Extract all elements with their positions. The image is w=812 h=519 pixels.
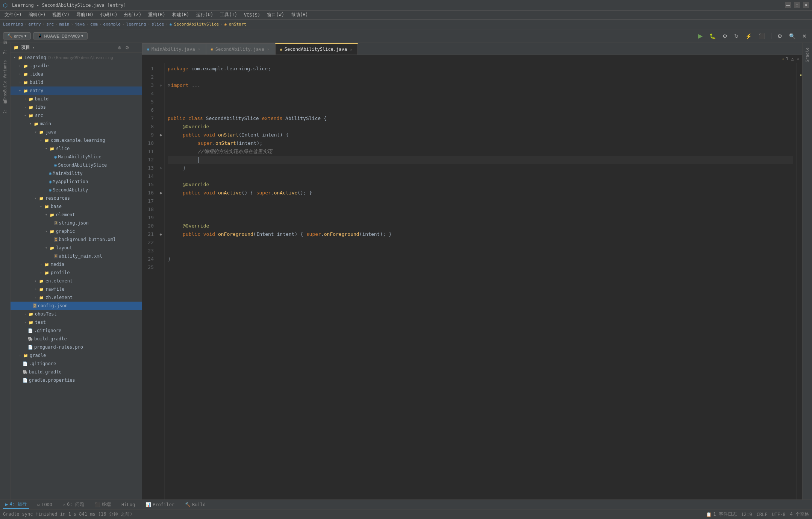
problems-tab[interactable]: ⚠ 6: 问题 [61, 501, 86, 508]
menu-navigate[interactable]: 导航(N) [73, 11, 97, 19]
breadcrumb-src[interactable]: src [46, 22, 54, 27]
tree-item-ohostest[interactable]: › 📁 ohosTest [11, 310, 142, 318]
tree-item-mainability[interactable]: ◉ MainAbility [11, 169, 142, 178]
breadcrumb-onstart[interactable]: onStart [229, 22, 246, 27]
tree-item-slice[interactable]: ▾ 📁 slice [11, 144, 142, 153]
event-log-status[interactable]: 📋 1 事件日志 [706, 511, 736, 517]
menu-file[interactable]: 文件(F) [2, 11, 25, 19]
tab-close-mainability[interactable]: ✕ [197, 47, 201, 52]
menu-refactor[interactable]: 重构(R) [145, 11, 168, 19]
menu-code[interactable]: 代码(C) [97, 11, 121, 19]
tree-item-gradle[interactable]: › 📁 .gradle [11, 62, 142, 70]
tab-secondabilityslice[interactable]: ◉ SecondAbilitySlice.java ✕ [275, 43, 358, 55]
breadcrumb-main[interactable]: main [59, 22, 70, 27]
menu-edit[interactable]: 编辑(E) [26, 11, 49, 19]
tab-secondability[interactable]: ◉ SecondAbility.java ✕ [206, 43, 275, 55]
close-sidebar-button[interactable]: — [132, 45, 139, 51]
sync-button[interactable]: ↻ [732, 32, 741, 40]
tree-item-media[interactable]: › 📁 media [11, 260, 142, 269]
tree-item-graphic[interactable]: ▾ 📁 graphic [11, 227, 142, 235]
hilog-tab[interactable]: HiLog [119, 501, 137, 508]
up-arrow-icon[interactable]: △ [791, 56, 794, 61]
menu-window[interactable]: 窗口(W) [264, 11, 287, 19]
device-button[interactable]: 📱 HUAWEI DBY-W09 ▾ [33, 32, 88, 39]
tree-item-entry-src[interactable]: ▾ 📁 src [11, 111, 142, 120]
tree-item-entry-libs[interactable]: › 📁 libs [11, 103, 142, 111]
tree-item-main[interactable]: ▾ 📁 main [11, 120, 142, 128]
menu-view[interactable]: 视图(V) [49, 11, 73, 19]
breadcrumb-example[interactable]: example [103, 22, 121, 27]
down-arrow-icon[interactable]: ▽ [797, 56, 799, 61]
breadcrumb-com[interactable]: com [90, 22, 98, 27]
menu-tools[interactable]: 工具(T) [217, 11, 240, 19]
menu-run[interactable]: 运行(U) [193, 11, 217, 19]
todo-tab[interactable]: ☑ TODO [35, 501, 55, 508]
menu-help[interactable]: 帮助(H) [288, 11, 311, 19]
tree-item-gradle-root[interactable]: › 📁 gradle [11, 351, 142, 360]
search-button[interactable]: 🔍 [787, 32, 798, 40]
tree-item-build-gradle-root[interactable]: 🐘 build.gradle [11, 368, 142, 376]
menu-analyze[interactable]: 分析(Z) [121, 11, 144, 19]
menu-vcs[interactable]: VCS(S) [241, 12, 263, 18]
breadcrumb-secondabilityslice[interactable]: SecondAbilitySlice [174, 22, 219, 27]
tree-item-zh-element[interactable]: › 📁 zh.element [11, 293, 142, 302]
tree-item-config-json[interactable]: J config.json [11, 302, 142, 310]
debug-button[interactable]: 🐛 [707, 32, 718, 40]
tree-item-java[interactable]: ▾ 📁 java [11, 128, 142, 136]
tree-item-test[interactable]: › 📁 test [11, 318, 142, 326]
breadcrumb-learning[interactable]: Learning [3, 22, 23, 27]
sidebar-dropdown-icon[interactable]: ▾ [32, 46, 35, 50]
maximize-button[interactable]: □ [794, 2, 800, 8]
tree-item-secondabilityslice[interactable]: ◉ SecondAbilitySlice [11, 161, 142, 169]
minimize-button[interactable]: — [785, 2, 791, 8]
breadcrumb-learning2[interactable]: learning [126, 22, 146, 27]
tree-item-build-root[interactable]: › 📁 build [11, 78, 142, 86]
tree-item-gradle-properties[interactable]: 📄 gradle.properties [11, 376, 142, 384]
profiler-tab[interactable]: 📊 Profiler [143, 501, 177, 508]
structure-tab[interactable]: 7: 结构 [2, 44, 9, 57]
tree-item-profile[interactable]: › 📁 profile [11, 269, 142, 277]
ohos-tab[interactable]: OhosBuild Variants [2, 57, 8, 104]
breadcrumb-java[interactable]: java [75, 22, 85, 27]
tree-item-layout[interactable]: ▾ 📁 layout [11, 244, 142, 252]
tree-item-en-element[interactable]: › 📁 en.element [11, 277, 142, 285]
tree-item-string-json[interactable]: J string.json [11, 219, 142, 227]
attach-button[interactable]: ⚡ [743, 32, 754, 40]
build-tab[interactable]: 🔨 Build [183, 501, 208, 508]
tree-item-gitignore-root[interactable]: 📄 .gitignore [11, 360, 142, 368]
scope-button[interactable]: ⊕ [117, 45, 123, 51]
terminal-tab[interactable]: ⬛ 终端 [92, 501, 113, 508]
tree-item-myapplication[interactable]: ◉ MyApplication [11, 178, 142, 186]
tree-item-ability-main[interactable]: X ability_main.xml [11, 252, 142, 260]
tree-item-build-gradle-entry[interactable]: 🐘 build.gradle [11, 335, 142, 343]
build-button[interactable]: ⚙ [720, 32, 730, 40]
tree-item-idea[interactable]: › 📁 .idea [11, 70, 142, 78]
tree-item-resources[interactable]: ▾ 📁 resources [11, 194, 142, 202]
code-body[interactable]: package com.example.learning.slice; ⊖imp… [165, 63, 796, 499]
tree-item-learning-root[interactable]: ▾ 📁 Learning D:\HarmonyOS\demo\Learning [11, 53, 142, 62]
gradle-panel-label[interactable]: Gradle [805, 44, 810, 65]
favorites-tab[interactable]: 2: 收藏夹 [2, 104, 9, 117]
settings-sidebar-button[interactable]: ⚙ [124, 45, 130, 51]
tab-close-secondability[interactable]: ✕ [267, 47, 270, 52]
breadcrumb-entry[interactable]: entry [29, 22, 41, 27]
tree-item-mainabilityslice[interactable]: ◉ MainAbilitySlice [11, 153, 142, 161]
tree-item-gitignore-entry[interactable]: 📄 .gitignore [11, 326, 142, 335]
tree-item-rawfile[interactable]: › 📁 rawfile [11, 285, 142, 293]
menu-build[interactable]: 构建(B) [169, 11, 192, 19]
tab-mainability[interactable]: ◉ MainAbility.java ✕ [142, 43, 206, 55]
tree-item-secondability[interactable]: ◉ SecondAbility [11, 186, 142, 194]
close-button[interactable]: ✕ [803, 2, 809, 8]
tab-close-secondabilityslice[interactable]: ✕ [349, 47, 353, 52]
tree-item-proguard[interactable]: 📄 proguard-rules.pro [11, 343, 142, 351]
breadcrumb-slice[interactable]: slice [151, 22, 164, 27]
run-button[interactable]: ▶ [696, 32, 705, 40]
close-toolbar-button[interactable]: ✕ [800, 32, 809, 40]
run-bottom-tab[interactable]: ▶ 4: 运行 [3, 500, 29, 509]
settings-button[interactable]: ⚙ [775, 32, 785, 40]
tree-item-bg-button[interactable]: X background_button.xml [11, 235, 142, 244]
stop-button[interactable]: ⬛ [756, 32, 767, 40]
tree-item-com-example-learning[interactable]: ▾ 📁 com.example.learning [11, 136, 142, 144]
tree-item-entry[interactable]: ▾ 📁 entry [11, 86, 142, 95]
entry-button[interactable]: 🔨 entry ▾ [3, 32, 31, 39]
